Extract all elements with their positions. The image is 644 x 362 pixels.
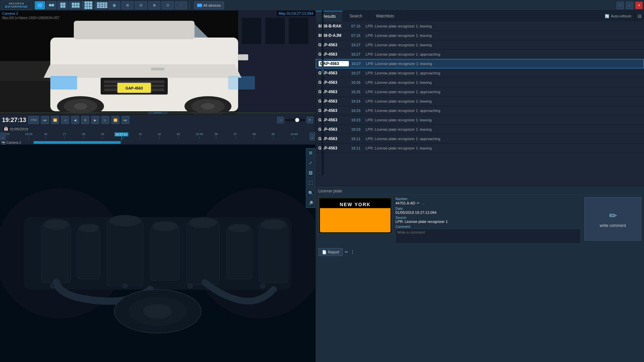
tab-watchlists-label: Watchlists <box>376 14 394 18</box>
result-row[interactable]: 8888-B-RAK07:15LPR: License plate recogn… <box>316 21 644 31</box>
detail-header: License plate <box>318 189 641 195</box>
layout-3x3-btn[interactable] <box>82 1 93 9</box>
zoom-in-btn[interactable]: + <box>307 117 313 123</box>
current-time-display: 19:27:13 <box>2 117 26 124</box>
auto-refresh-icon: 🔄 <box>605 14 609 18</box>
result-time: 19:23 <box>351 118 363 122</box>
result-desc: LPR: License plate recognizer 1: leaving <box>366 34 432 38</box>
tool-snapshot-btn[interactable]: 🖼 <box>306 168 315 178</box>
layout-6x5-btn[interactable]: ⊠ <box>148 1 160 9</box>
result-desc: LPR: License plate recognizer 1: approac… <box>366 52 440 56</box>
report-button[interactable]: 📄 Report <box>318 248 343 256</box>
tab-results[interactable]: Results <box>316 11 343 21</box>
layout-custom-btn[interactable]: ⋮ <box>175 1 187 9</box>
nav-forward-button[interactable]: › <box>626 2 633 9</box>
layout-5x5-btn[interactable]: ⊟ <box>135 1 147 9</box>
close-button[interactable]: × <box>635 2 643 9</box>
tool-fullscreen-btn[interactable]: ⛶ <box>306 178 315 188</box>
result-row[interactable]: GAP-456319:23LPR: License plate recogniz… <box>316 125 644 134</box>
zoom-thumb[interactable] <box>295 118 299 122</box>
video-bottom-image <box>0 145 315 362</box>
date-picker[interactable]: 📅 01/05/2019 <box>2 126 30 132</box>
topbar-right: ‹ › × <box>616 2 643 9</box>
layout-4x3-btn[interactable] <box>95 1 107 9</box>
toolbar-separator-1 <box>190 2 190 9</box>
result-time: 19:11 <box>351 146 363 150</box>
zoom-track[interactable] <box>285 119 305 121</box>
pause-btn[interactable]: ⏸ <box>81 116 89 124</box>
frame-forward-btn[interactable]: ▷ <box>101 116 109 124</box>
result-row[interactable]: GAP-456319:26LPR: License plate recogniz… <box>316 78 644 87</box>
write-comment-panel[interactable]: ✏ write comment <box>584 197 641 241</box>
filter-button[interactable]: ⊟ <box>635 11 644 21</box>
action-edit-icon[interactable]: ✏ <box>345 250 348 254</box>
timeline-nav-right-btn[interactable]: › <box>309 132 315 140</box>
results-scrollbar[interactable] <box>322 11 324 175</box>
skip-to-start-btn[interactable]: ⏮ <box>41 116 49 124</box>
tool-zoom-out-2-btn[interactable]: 🔎 <box>306 198 315 208</box>
skip-to-end-btn[interactable]: ⏭ <box>121 116 129 124</box>
side-tools: ⊞ ⤢ 🖼 ⛶ 🔍 🔎 <box>306 148 315 208</box>
source-label: Source: <box>395 216 581 220</box>
timeline-mark: 19:35 <box>196 132 203 139</box>
layout-2x2-btn[interactable] <box>58 1 68 9</box>
comment-input[interactable] <box>395 229 581 244</box>
auto-refresh-button[interactable]: 🔄 Auto-refresh <box>601 11 635 21</box>
layout-3x2-btn[interactable] <box>69 1 80 9</box>
tab-search[interactable]: Search <box>343 11 369 21</box>
result-row[interactable]: GAP-456319:27LPR: License plate recogniz… <box>316 59 644 68</box>
number-extra-icon[interactable]: … <box>421 201 425 205</box>
result-row[interactable]: GAP-456319:23LPR: License plate recogniz… <box>316 106 644 115</box>
video-divider-handle[interactable] <box>148 112 168 114</box>
svg-rect-9 <box>74 21 195 39</box>
speed-control-btn[interactable]: ⏱50 <box>28 116 39 124</box>
fast-forward-btn[interactable]: ⏩ <box>111 116 119 124</box>
result-row[interactable]: GAP-456319:25LPR: License plate recogniz… <box>316 87 644 97</box>
result-row[interactable]: GAP-456319:11LPR: License plate recogniz… <box>316 134 644 143</box>
timeline-cursor-label: 19:27:13 <box>114 132 128 136</box>
result-row[interactable]: GAP-456319:27LPR: License plate recogniz… <box>316 50 644 59</box>
result-row[interactable]: GAP-456319:27LPR: License plate recogniz… <box>316 40 644 50</box>
result-desc: LPR: License plate recognizer 1: approac… <box>366 71 440 75</box>
track-bar-area <box>34 141 309 144</box>
result-desc: LPR: License plate recognizer 1: leaving <box>366 24 432 28</box>
tool-zoom-in-btn[interactable]: 🔍 <box>306 188 315 198</box>
result-time: 19:24 <box>351 99 363 103</box>
tool-expand-btn[interactable]: ⤢ <box>306 158 315 168</box>
frame-back-btn[interactable]: ◁ <box>61 116 69 124</box>
layout-5x4-btn[interactable]: ⊞ <box>121 1 133 9</box>
source-value: LPR: License plate recognizer 1 <box>395 220 581 224</box>
zoom-out-btn[interactable]: − <box>277 117 284 123</box>
timeline-mark: 28 <box>82 132 85 139</box>
result-row[interactable]: GAP-456319:23LPR: License plate recogniz… <box>316 115 644 125</box>
result-desc: LPR: License plate recognizer 1: approac… <box>366 90 440 94</box>
bottom-actions: 📄 Report ✏ ⋮ <box>318 247 641 256</box>
result-row[interactable]: GAP-456319:11LPR: License plate recogniz… <box>316 143 644 153</box>
number-field-group: Number: 44701-8-AD ✏ … <box>395 197 581 205</box>
result-row[interactable]: GAP-456319:27LPR: License plate recogniz… <box>316 68 644 78</box>
layout-6x6-btn[interactable]: ⊡ <box>162 1 174 9</box>
timeline-mark: 24 <box>6 132 9 139</box>
results-list[interactable]: 8888-B-RAK07:15LPR: License plate recogn… <box>316 21 644 186</box>
tab-watchlists[interactable]: Watchlists <box>369 11 401 21</box>
action-extra-icon[interactable]: ⋮ <box>350 249 355 255</box>
step-back-btn[interactable]: ⏪ <box>51 116 59 124</box>
layout-2x1-btn[interactable] <box>46 1 56 9</box>
result-row[interactable]: GAP-456319:24LPR: License plate recogniz… <box>316 97 644 106</box>
nav-back-button[interactable]: ‹ <box>616 2 624 9</box>
timeline-marks[interactable]: 2419:252627282919:3031323319:35363738391… <box>6 132 309 140</box>
svg-rect-14 <box>50 76 77 89</box>
play-btn[interactable]: ▶ <box>91 116 99 124</box>
tool-fit-btn[interactable]: ⊞ <box>306 148 315 158</box>
playback-right-controls: − + <box>277 117 313 123</box>
layout-single-btn[interactable] <box>35 1 45 9</box>
layout-4x4-btn[interactable]: ▦ <box>108 1 120 9</box>
number-value: 44701-8-AD <box>395 201 415 205</box>
number-edit-icon[interactable]: ✏ <box>417 201 420 205</box>
play-backward-btn[interactable]: ◀ <box>71 116 79 124</box>
result-row[interactable]: 8888-D-AJM07:15LPR: License plate recogn… <box>316 31 644 40</box>
auto-refresh-label: Auto-refresh <box>611 14 631 18</box>
timeline-mark: 39 <box>271 132 275 139</box>
timeline-nav-left-btn[interactable]: ‹ <box>0 132 6 140</box>
all-devices-button[interactable]: All devices <box>194 1 224 9</box>
